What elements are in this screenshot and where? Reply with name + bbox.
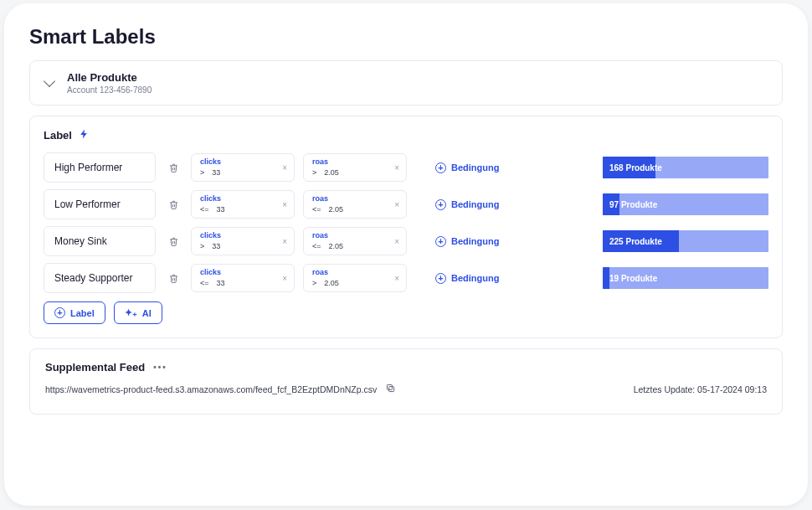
account-card[interactable]: Alle Produkte Account 123-456-7890 (29, 60, 783, 106)
condition-box[interactable]: clicks<= 33× (191, 190, 295, 219)
add-condition-label: Bedingung (451, 199, 499, 209)
condition-metric: clicks (200, 194, 225, 203)
bolt-icon[interactable] (79, 128, 90, 142)
copy-button[interactable] (385, 382, 396, 397)
close-icon[interactable]: × (282, 200, 287, 209)
condition-value: > 33 (200, 168, 221, 178)
feed-card: Supplemental Feed ••• https://wavemetric… (29, 348, 783, 415)
label-row: Low Performerclicks<= 33×roas<= 2.05×+Be… (44, 189, 768, 219)
product-count-text: 168 Produkte (609, 163, 662, 173)
trash-icon[interactable] (164, 273, 182, 284)
condition-metric: roas (312, 268, 339, 277)
condition-metric: clicks (200, 157, 221, 167)
trash-icon[interactable] (164, 199, 182, 210)
close-icon[interactable]: × (394, 237, 399, 246)
label-row: High Performerclicks> 33×roas> 2.05×+Bed… (44, 152, 768, 183)
condition-box[interactable]: roas<= 2.05× (303, 190, 407, 219)
add-condition-label: Bedingung (451, 236, 499, 246)
close-icon[interactable]: × (282, 163, 287, 173)
svg-rect-1 (388, 384, 393, 389)
close-icon[interactable]: × (282, 274, 287, 283)
product-count-bar: 97 Produkte (603, 193, 768, 215)
add-condition-button[interactable]: +Bedingung (435, 273, 499, 284)
product-count-text: 19 Produkte (609, 274, 657, 283)
label-row: Steady Supporterclicks<= 33×roas> 2.05×+… (44, 263, 768, 293)
condition-value: <= 2.05 (312, 242, 343, 251)
close-icon[interactable]: × (282, 237, 287, 246)
feed-title: Supplemental Feed (45, 361, 145, 373)
add-condition-button[interactable]: +Bedingung (435, 162, 499, 173)
close-icon[interactable]: × (394, 163, 399, 173)
plus-circle-icon: + (435, 273, 446, 284)
product-count-bar: 19 Produkte (603, 267, 768, 289)
condition-value: <= 2.05 (312, 205, 343, 214)
plus-circle-icon: + (435, 199, 446, 210)
sparkle-icon: ✦₊ (125, 307, 137, 318)
condition-metric: roas (312, 231, 343, 240)
account-title: Alle Produkte (67, 71, 152, 84)
condition-value: > 2.05 (312, 279, 339, 288)
condition-box[interactable]: clicks> 33× (191, 153, 295, 182)
label-name-input[interactable]: High Performer (44, 152, 156, 183)
labels-heading: Label (44, 129, 72, 142)
close-icon[interactable]: × (394, 200, 399, 209)
product-count-text: 225 Produkte (609, 237, 662, 246)
more-icon[interactable]: ••• (153, 363, 167, 372)
chevron-down-icon[interactable] (44, 75, 55, 87)
svg-rect-0 (389, 387, 394, 392)
trash-icon[interactable] (164, 162, 182, 173)
labels-card: Label High Performerclicks> 33×roas> 2.0… (29, 116, 783, 338)
label-name-input[interactable]: Steady Supporter (44, 263, 156, 293)
condition-box[interactable]: clicks> 33× (191, 227, 295, 255)
ai-text: AI (142, 308, 152, 318)
ai-button[interactable]: ✦₊ AI (114, 301, 162, 324)
condition-value: > 33 (200, 242, 221, 251)
condition-box[interactable]: roas> 2.05× (303, 264, 407, 292)
condition-value: > 2.05 (312, 168, 339, 178)
add-condition-label: Bedingung (451, 162, 499, 173)
plus-circle-icon: + (435, 236, 446, 247)
add-condition-label: Bedingung (451, 273, 499, 283)
bar-fill (603, 267, 609, 289)
condition-metric: clicks (200, 268, 225, 277)
condition-box[interactable]: roas> 2.05× (303, 153, 407, 182)
label-row: Money Sinkclicks> 33×roas<= 2.05×+Beding… (44, 226, 768, 256)
plus-circle-icon: + (435, 162, 446, 173)
label-name-input[interactable]: Low Performer (44, 189, 156, 219)
close-icon[interactable]: × (394, 274, 399, 283)
condition-value: <= 33 (200, 279, 225, 288)
feed-last-update: Letztes Update: 05-17-2024 09:13 (634, 384, 767, 394)
product-count-bar: 168 Produkte (603, 157, 768, 178)
condition-value: <= 33 (200, 205, 225, 214)
condition-box[interactable]: roas<= 2.05× (303, 227, 407, 255)
condition-metric: roas (312, 157, 339, 167)
account-sub: Account 123-456-7890 (67, 85, 152, 95)
condition-metric: roas (312, 194, 343, 203)
product-count-bar: 225 Produkte (603, 230, 768, 252)
plus-circle-icon: + (54, 307, 65, 318)
add-label-text: Label (70, 308, 95, 318)
condition-box[interactable]: clicks<= 33× (191, 264, 295, 292)
page-title: Smart Labels (29, 25, 783, 49)
label-name-input[interactable]: Money Sink (44, 226, 156, 256)
add-condition-button[interactable]: +Bedingung (435, 236, 499, 247)
condition-metric: clicks (200, 231, 221, 240)
feed-url: https://wavemetrics-product-feed.s3.amaz… (45, 384, 377, 394)
product-count-text: 97 Produkte (609, 200, 657, 209)
add-label-button[interactable]: + Label (44, 301, 105, 324)
add-condition-button[interactable]: +Bedingung (435, 199, 499, 210)
trash-icon[interactable] (164, 236, 182, 247)
